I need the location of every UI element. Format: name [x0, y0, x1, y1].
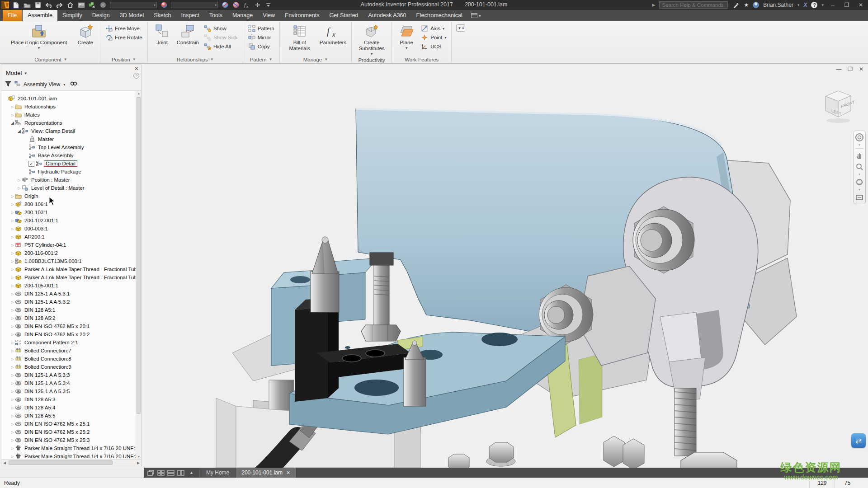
- appearance-combo[interactable]: [171, 2, 218, 8]
- tree-item-label[interactable]: DIN 125-1 A A 5.3:2: [23, 299, 71, 305]
- ribbon-tab-electromechanical[interactable]: Electromechanical: [411, 10, 467, 21]
- tree-expand-arrow-icon[interactable]: ▷: [10, 219, 15, 223]
- browser-title[interactable]: Model▾: [6, 70, 27, 76]
- tree-item[interactable]: ▷DIN EN ISO 4762 M5 x 25:2: [1, 428, 142, 436]
- tree-item[interactable]: ▷DIN 128 A5:4: [1, 404, 142, 412]
- tree-item[interactable]: ▷Parker Male Straight Thread 1/4 x 7/16-…: [1, 444, 142, 452]
- tree-expand-arrow-icon[interactable]: ▷: [10, 259, 15, 263]
- tree-item-label[interactable]: View: Clamp Detail: [30, 128, 76, 134]
- tree-expand-arrow-icon[interactable]: ▷: [10, 333, 15, 337]
- tree-item[interactable]: ▷Origin: [1, 192, 142, 200]
- ribbon-tab-assemble[interactable]: Assemble: [23, 10, 57, 21]
- ribbon-tab-file[interactable]: File: [3, 10, 22, 21]
- tree-expand-arrow-icon[interactable]: ▷: [10, 357, 15, 361]
- tree-expand-arrow-icon[interactable]: ▷: [10, 276, 15, 280]
- tree-item-label[interactable]: DIN EN ISO 4762 M5 x 25:3: [23, 437, 91, 443]
- tile-horizontal-icon[interactable]: [167, 470, 175, 476]
- tree-item-label[interactable]: P5T Cylinder-04:1: [23, 242, 67, 248]
- assembly-update-icon[interactable]: [88, 1, 96, 9]
- undo-icon[interactable]: [45, 1, 52, 9]
- tree-expand-arrow-icon[interactable]: ▷: [10, 292, 15, 296]
- tree-item-label[interactable]: Bolted Connection:8: [23, 356, 73, 361]
- constrain-button[interactable]: Constrain: [175, 23, 201, 46]
- ribbon-tab-tools[interactable]: Tools: [204, 10, 227, 21]
- tree-item[interactable]: ▷Component Pattern 2:1: [1, 338, 142, 347]
- tree-item-label[interactable]: 200-103:1: [23, 210, 49, 215]
- tree-item[interactable]: ▷DIN 128 A5:1: [1, 306, 142, 314]
- create-button[interactable]: Create: [74, 23, 97, 46]
- free-move-button[interactable]: Free Move: [104, 24, 144, 33]
- user-menu-arrow-icon[interactable]: ▾: [797, 3, 800, 7]
- tree-item-label[interactable]: Position : Master: [30, 177, 71, 183]
- save-icon[interactable]: [34, 1, 42, 9]
- tree-expand-arrow-icon[interactable]: ▷: [10, 235, 15, 239]
- tree-item-label[interactable]: DIN EN ISO 4762 M5 x 25:1: [23, 421, 91, 427]
- tree-expand-arrow-icon[interactable]: ▷: [10, 455, 15, 459]
- tree-expand-arrow-icon[interactable]: ▷: [10, 365, 15, 369]
- fx-measure-icon[interactable]: fx: [243, 1, 250, 9]
- tree-expand-arrow-icon[interactable]: ▷: [10, 316, 15, 320]
- tree-item[interactable]: ▷200-103:1: [1, 208, 142, 216]
- tree-expand-arrow-icon[interactable]: ▷: [10, 438, 15, 442]
- doc-close-button[interactable]: ✕: [859, 66, 863, 72]
- tree-item-label[interactable]: Master: [37, 136, 55, 142]
- look-at-icon[interactable]: [855, 193, 864, 202]
- inventor-logo-icon[interactable]: [1, 1, 9, 9]
- tree-item-label[interactable]: 200-116-001:2: [23, 250, 59, 256]
- tree-item[interactable]: ▷200-116-001:2: [1, 249, 142, 257]
- tree-item[interactable]: ▷200-105-001:1: [1, 282, 142, 290]
- zoom-menu-arrow-icon[interactable]: ▾: [859, 174, 860, 175]
- tree-item[interactable]: ▷DIN EN ISO 4762 M5 x 20:1: [1, 322, 142, 330]
- tree-item[interactable]: ▷DIN 125-1 A A 5.3:1: [1, 290, 142, 298]
- hide-all-button[interactable]: Hide All: [202, 42, 240, 51]
- tree-item[interactable]: ▷DIN 125-1 A A 5.3:5: [1, 387, 142, 395]
- tree-item[interactable]: ▷Bolted Connection:7: [1, 347, 142, 355]
- favorites-star-icon[interactable]: ★: [744, 2, 749, 8]
- point-button[interactable]: Point▾: [419, 33, 448, 42]
- tree-expand-arrow-icon[interactable]: ▷: [10, 227, 15, 231]
- minimize-button[interactable]: –: [828, 2, 838, 8]
- ribbon-tab-3d-model[interactable]: 3D Model: [115, 10, 149, 21]
- tree-expand-arrow-icon[interactable]: ▷: [10, 422, 15, 426]
- ribbon-tab-inspect[interactable]: Inspect: [176, 10, 204, 21]
- qat-customize-icon[interactable]: [264, 1, 272, 9]
- tree-expand-arrow-icon[interactable]: ▷: [10, 308, 15, 312]
- search-input[interactable]: [659, 1, 728, 9]
- tree-item-label[interactable]: DIN 125-1 A A 5.3:1: [23, 291, 71, 296]
- appearance-ball-b-icon[interactable]: [232, 1, 240, 9]
- tree-item-label[interactable]: Parker Male Straight Thread 1/4 x 7/16-2…: [23, 454, 139, 459]
- cascade-windows-icon[interactable]: [147, 470, 155, 476]
- tree-item[interactable]: Top Level Assembly: [1, 143, 142, 151]
- tree-item[interactable]: ▷DIN 125-1 A A 5.3:4: [1, 379, 142, 387]
- tree-item-label[interactable]: DIN 128 A5:2: [23, 315, 57, 321]
- tree-item-label[interactable]: Clamp Detail: [44, 160, 77, 167]
- search-expand-icon[interactable]: ▶: [652, 3, 656, 7]
- tree-expand-arrow-icon[interactable]: ▷: [10, 267, 15, 272]
- tab-overflow-button[interactable]: ▾: [467, 10, 485, 21]
- tree-item-label[interactable]: 200-101-001.iam: [16, 96, 58, 101]
- group-label-pattern[interactable]: Pattern▼: [244, 56, 278, 63]
- tree-expand-arrow-icon[interactable]: ▷: [10, 373, 15, 377]
- ribbon-tab-simplify[interactable]: Simplify: [57, 10, 87, 21]
- tree-item-label[interactable]: DIN 128 A5:4: [23, 405, 57, 410]
- tree-item[interactable]: ▷Level of Detail : Master: [1, 184, 142, 192]
- tree-item[interactable]: ▷200-102-001:1: [1, 216, 142, 225]
- zoom-icon[interactable]: [855, 162, 864, 171]
- tree-expand-arrow-icon[interactable]: ▷: [10, 300, 15, 304]
- tree-item[interactable]: Master: [1, 135, 142, 143]
- tree-item-label[interactable]: 000-003:1: [23, 226, 49, 231]
- ribbon-appearance-button[interactable]: ▼▾: [456, 24, 465, 32]
- tree-item[interactable]: ▷Relationships: [1, 103, 142, 111]
- tree-item-checkbox[interactable]: ✓: [28, 161, 34, 167]
- render-image-icon[interactable]: [77, 1, 85, 9]
- tree-item-label[interactable]: Bolted Connection:7: [23, 348, 73, 353]
- navigation-wheel-icon[interactable]: [855, 133, 864, 142]
- tree-item-label[interactable]: DIN 128 A5:5: [23, 413, 57, 418]
- tree-item[interactable]: ▷P5T Cylinder-04:1: [1, 241, 142, 249]
- view-cube[interactable]: LEFT FRONT: [820, 87, 855, 127]
- tree-item-label[interactable]: DIN 125-1 A A 5.3:3: [23, 372, 71, 378]
- tree-item-label[interactable]: Hydraulic Package: [37, 169, 83, 174]
- tree-item[interactable]: ▷DIN EN ISO 4762 M5 x 20:2: [1, 330, 142, 338]
- tree-expand-arrow-icon[interactable]: ▷: [10, 430, 15, 434]
- tree-item-label[interactable]: DIN EN ISO 4762 M5 x 20:1: [23, 324, 91, 329]
